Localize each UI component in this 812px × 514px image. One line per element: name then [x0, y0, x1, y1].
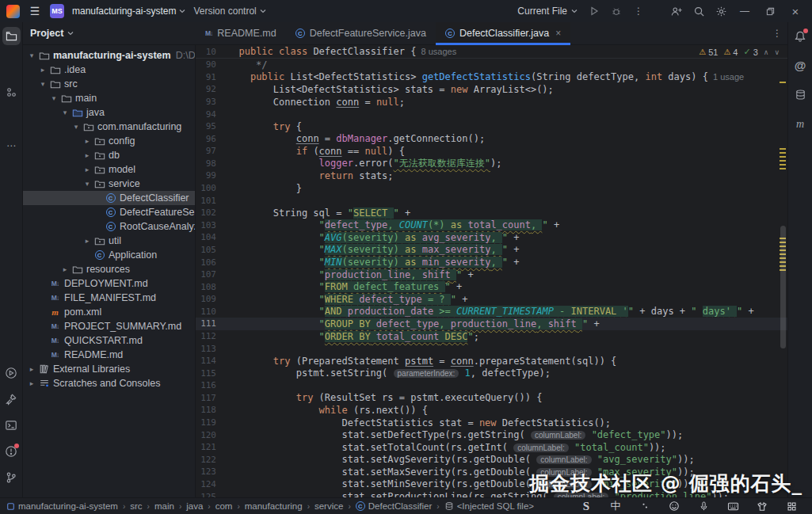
run-configuration-selector[interactable]: Current File	[517, 6, 578, 17]
maven-tool-icon[interactable]: m	[791, 115, 810, 133]
breadcrumb-item-java[interactable]: java	[186, 501, 203, 511]
chevron-down-icon[interactable]: ▾	[37, 80, 48, 88]
breadcrumb-item-<Injected SQL file>[interactable]: <Injected SQL file>	[444, 501, 534, 511]
line-number-117[interactable]: 117	[196, 393, 227, 403]
line-number-112[interactable]: 112	[196, 331, 227, 341]
tree-item-DefectFeatureService[interactable]: CDefectFeatureService	[23, 205, 195, 219]
tree-item-util[interactable]: ▸util	[23, 234, 195, 248]
tree-item-main[interactable]: ▾main	[23, 91, 195, 105]
version-control-tool-icon[interactable]	[2, 468, 21, 486]
scrollbar-thumb[interactable]	[780, 226, 786, 348]
commit-tool-icon[interactable]	[2, 83, 21, 101]
emoji-icon[interactable]	[668, 500, 680, 512]
breadcrumb-item-manufacturing-ai-system[interactable]: manufacturing-ai-system	[6, 501, 118, 511]
tree-item-RootCauseAnalyzer[interactable]: CRootCauseAnalyzer	[23, 219, 195, 234]
gradle-tool-icon[interactable]: @	[791, 56, 810, 74]
restore-button[interactable]	[758, 0, 782, 22]
tree-item-QUICKSTART.md[interactable]: M↓QUICKSTART.md	[23, 333, 195, 348]
tab-DefectFeatureService.java[interactable]: CDefectFeatureService.java	[286, 22, 436, 44]
code-editor[interactable]: 10 public class DefectClassifier { 8 usa…	[196, 45, 787, 497]
line-number-116[interactable]: 116	[196, 380, 227, 390]
line-number-111[interactable]: 111	[196, 318, 227, 329]
mic-icon[interactable]	[697, 500, 710, 512]
toolbox-icon[interactable]	[785, 500, 798, 512]
chevron-down-icon[interactable]	[67, 30, 74, 36]
code-line-100[interactable]: 100 }	[196, 182, 787, 195]
code-with-me-icon[interactable]	[666, 2, 687, 21]
build-tool-icon[interactable]	[2, 390, 21, 408]
code-line-106[interactable]: 106 "MIN(severity) as min_severity, " +	[196, 256, 787, 268]
tree-item-java[interactable]: ▾java	[23, 105, 195, 120]
tree-item-PROJECT_SUMMARY.md[interactable]: M↓PROJECT_SUMMARY.md	[23, 319, 195, 333]
code-line-109[interactable]: 109 "WHERE defect_type = ? " +	[196, 293, 787, 306]
code-line-115[interactable]: 115 pstmt.setString( parameterIndex: 1, …	[196, 367, 787, 379]
problems-tool-icon[interactable]	[2, 442, 21, 460]
tab-close-icon[interactable]: ×	[555, 28, 561, 39]
tree-item-Scratches and Consoles[interactable]: ▸Scratches and Consoles	[23, 376, 195, 390]
line-number-114[interactable]: 114	[196, 356, 227, 366]
line-number-109[interactable]: 109	[196, 294, 227, 304]
tab-DefectClassifier.java[interactable]: CDefectClassifier.java×	[436, 22, 570, 44]
tab-options-icon[interactable]: ⋮	[772, 28, 782, 39]
line-number-98[interactable]: 98	[196, 158, 227, 169]
database-tool-icon[interactable]	[791, 86, 810, 104]
line-number-110[interactable]: 110	[196, 306, 227, 317]
line-number-106[interactable]: 106	[196, 257, 227, 268]
chevron-right-icon[interactable]: ▸	[37, 66, 48, 74]
line-number-103[interactable]: 103	[196, 220, 227, 230]
breadcrumb-item-main[interactable]: main	[154, 501, 174, 511]
breadcrumb-item-DefectClassifier[interactable]: CDefectClassifier	[356, 501, 433, 511]
line-number-95[interactable]: 95	[196, 121, 227, 131]
code-line-90[interactable]: 90 */	[196, 59, 787, 71]
line-number-101[interactable]: 101	[196, 196, 227, 206]
breadcrumb-item-manufacturing[interactable]: manufacturing	[245, 501, 303, 511]
chevron-right-icon[interactable]: ▸	[82, 151, 93, 159]
line-number-121[interactable]: 121	[196, 442, 227, 452]
run-button[interactable]	[584, 2, 604, 21]
code-line-118[interactable]: 118 while (rs.next()) {	[196, 404, 787, 417]
code-line-113[interactable]: 113	[196, 342, 787, 355]
search-everywhere-icon[interactable]	[688, 2, 709, 21]
code-line-108[interactable]: 108 "FROM defect_features " +	[196, 280, 787, 293]
notifications-bell-icon[interactable]	[791, 27, 810, 45]
code-line-114[interactable]: 114 try (PreparedStatement pstmt = conn.…	[196, 355, 787, 367]
tree-item-.idea[interactable]: ▸.idea	[23, 63, 195, 77]
code-line-102[interactable]: 102 String sql = "SELECT " +	[196, 207, 787, 219]
code-line-104[interactable]: 104 "AVG(severity) as avg_severity, " +	[196, 231, 787, 244]
chevron-right-icon[interactable]: ▸	[59, 265, 71, 273]
sogou-icon[interactable]: S	[580, 500, 593, 512]
minimize-button[interactable]: —	[733, 0, 757, 22]
breadcrumb-item-src[interactable]: src	[130, 501, 142, 511]
chevron-right-icon[interactable]: ▸	[26, 365, 37, 373]
more-actions-icon[interactable]: ⋮	[628, 2, 649, 21]
code-line-92[interactable]: 92 List<DefectStatistics> stats = new Ar…	[196, 83, 787, 96]
tree-item-src[interactable]: ▾src	[23, 77, 195, 91]
tree-item-manufacturing-ai-system[interactable]: ▾manufacturing-ai-systemD:\Desktop\openG	[23, 48, 195, 63]
line-number-93[interactable]: 93	[196, 97, 227, 107]
code-line-103[interactable]: 103 "defect_type, COUNT(*) as total_coun…	[196, 219, 787, 232]
code-line-94[interactable]: 94	[196, 108, 787, 120]
line-number-91[interactable]: 91	[196, 72, 227, 82]
code-line-119[interactable]: 119 DefectStatistics stat = new DefectSt…	[196, 417, 787, 429]
prev-problem-icon[interactable]: ∧	[764, 48, 769, 56]
code-line-105[interactable]: 105 "MAX(severity) as max_severity, " +	[196, 244, 787, 257]
tree-item-config[interactable]: ▸config	[23, 134, 195, 148]
skin-icon[interactable]	[756, 500, 768, 512]
chevron-down-icon[interactable]: ▾	[26, 51, 37, 59]
tree-item-service[interactable]: ▾service	[23, 177, 195, 191]
chinese-mode-icon[interactable]: 中	[609, 500, 622, 512]
tree-item-pom.xml[interactable]: mpom.xml	[23, 305, 195, 319]
line-number-102[interactable]: 102	[196, 208, 227, 218]
code-line-112[interactable]: 112 "ORDER BY total_count DESC";	[196, 330, 787, 343]
code-line-117[interactable]: 117 try (ResultSet rs = pstmt.executeQue…	[196, 392, 787, 405]
line-number-100[interactable]: 100	[196, 183, 227, 193]
line-number-108[interactable]: 108	[196, 282, 227, 292]
line-number-92[interactable]: 92	[196, 84, 227, 94]
code-line-116[interactable]: 116	[196, 379, 787, 392]
run-tool-icon[interactable]	[2, 364, 21, 382]
terminal-tool-icon[interactable]	[2, 416, 21, 434]
tree-item-Application[interactable]: CApplication	[23, 248, 195, 262]
tree-item-DefectClassifier[interactable]: CDefectClassifier	[23, 191, 195, 205]
more-tools-icon[interactable]: ⋯	[2, 136, 21, 154]
chevron-right-icon[interactable]: ▸	[82, 137, 93, 145]
